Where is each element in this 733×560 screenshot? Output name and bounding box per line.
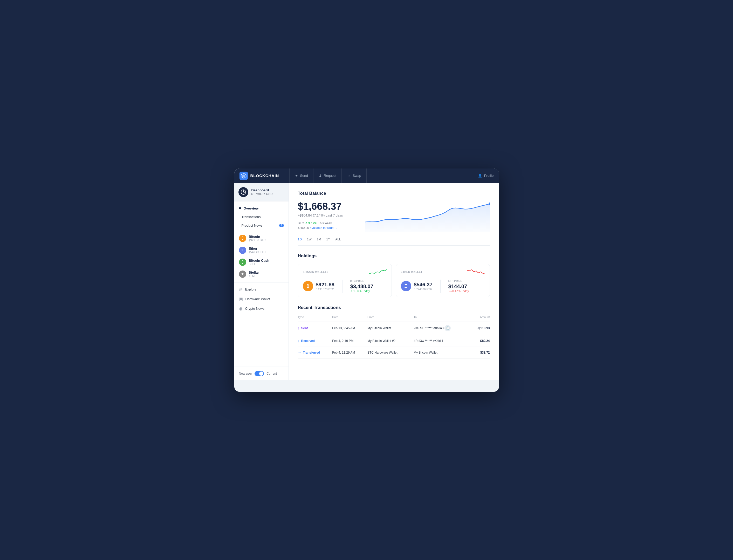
request-icon: ⬇: [319, 174, 322, 178]
dashboard-icon: [239, 187, 248, 197]
chart-tab-1m[interactable]: 1M: [317, 238, 321, 243]
profile-icon: 👤: [478, 174, 482, 178]
send-nav-link[interactable]: ✈ Send: [289, 168, 313, 183]
sidebar-item-hardware-wallet[interactable]: ▣ Hardware Wallet: [234, 294, 289, 304]
col-from: From: [367, 315, 413, 321]
sidebar-item-bitcoin-cash[interactable]: ₿ Bitcoin Cash BCH: [234, 256, 289, 268]
sidebar-item-product-news[interactable]: Product News 1: [234, 221, 289, 230]
user-toggle[interactable]: [255, 371, 264, 376]
bch-icon: ₿: [239, 259, 246, 266]
balance-left: $1,668.37 +$104.84 (7.14%) Last 7 days B…: [298, 201, 355, 230]
sidebar-sections: ◎ Explore ▣ Hardware Wallet ◉ Crypto New…: [234, 282, 289, 313]
send-label: Send: [300, 174, 308, 178]
tx-from: BTC Hardware Wallet: [367, 347, 413, 358]
bitcoin-info: Bitcoin $921.88 BTC: [249, 235, 266, 242]
hardware-wallet-label: Hardware Wallet: [246, 297, 270, 301]
crypto-news-icon: ◉: [239, 306, 243, 311]
product-news-label: Product News: [242, 224, 263, 227]
trade-row: $200.00 available to trade →: [298, 226, 355, 230]
chart-tabs: 1D 1W 1M 1Y ALL: [298, 238, 490, 246]
footer-right-label: Current: [267, 372, 277, 375]
balance-chart-svg: [365, 201, 490, 232]
holding-card-ether: ETHER WALLET Ξ $546.37 3.774: [396, 264, 490, 297]
chart-tab-1y[interactable]: 1Y: [327, 238, 330, 243]
eth-mini-chart-icon: [467, 268, 485, 276]
brand-logo-icon: [240, 172, 248, 180]
explore-icon: ◎: [239, 287, 243, 292]
btc-price-value: $3,488.07: [350, 284, 373, 289]
eth-price-label: ETH PRICE: [448, 280, 469, 282]
tx-type-cell: → Transferred: [298, 347, 333, 358]
chart-tab-all[interactable]: ALL: [335, 238, 341, 243]
tx-transferred-type: → Transferred: [298, 350, 333, 355]
holding-body-btc: ₿ $921.88 0.241873 BTC BTC PRICE $3,488.…: [303, 280, 387, 293]
holdings-grid: BITCOIN WALLETS ₿ $921.88 0.: [298, 264, 490, 297]
sent-arrow-icon: ↑: [298, 326, 300, 330]
sidebar-item-crypto-news[interactable]: ◉ Crypto News: [234, 304, 289, 313]
sidebar-nav: Overview Transactions Product News 1: [234, 201, 289, 232]
bitcoin-icon: ₿: [239, 235, 246, 242]
total-balance-section: Total Balance $1,668.37 +$104.84 (7.14%)…: [298, 191, 490, 246]
sidebar-item-explore[interactable]: ◎ Explore: [234, 285, 289, 294]
send-icon: ✈: [295, 174, 298, 178]
dashboard-label: Dashboard: [252, 188, 273, 192]
tx-amount: $82.24: [471, 335, 490, 347]
balance-chart: [365, 201, 490, 232]
btc-info-row: BTC ↗ 9.12% This week: [298, 221, 355, 225]
transactions-title: Recent Transactions: [298, 305, 490, 310]
tx-amount: -$113.93: [471, 321, 490, 335]
transactions-header: Type Date From To Amount: [298, 315, 490, 321]
chart-tab-1d[interactable]: 1D: [298, 238, 302, 243]
tx-received-type: ↓ Received: [298, 339, 333, 343]
sidebar-dashboard[interactable]: Dashboard $1,668.37 USD: [234, 183, 289, 201]
transferred-arrow-icon: →: [298, 350, 302, 355]
xlm-icon: ★: [239, 271, 246, 278]
sidebar-item-overview[interactable]: Overview: [234, 204, 289, 213]
navbar-links: ✈ Send ⬇ Request ↔ Swap: [289, 168, 478, 183]
btc-wallet-value: $921.88: [316, 282, 335, 288]
btc-wallet-info: ₿ $921.88 0.241873 BTC: [303, 280, 335, 293]
app-layout: Dashboard $1,668.37 USD Overview Transac…: [234, 183, 499, 380]
transactions-body: ↑ Sent Feb 13, 9:45 AM My Bitcoin Wallet…: [298, 321, 490, 358]
received-arrow-icon: ↓: [298, 339, 300, 343]
main-content: Total Balance $1,668.37 +$104.84 (7.14%)…: [289, 183, 499, 380]
navbar-brand[interactable]: BLOCKCHAIN: [240, 172, 279, 180]
sidebar-item-transactions[interactable]: Transactions: [234, 213, 289, 221]
dashboard-value: $1,668.37 USD: [252, 192, 273, 196]
holding-header-eth: ETHER WALLET: [401, 268, 485, 276]
swap-nav-link[interactable]: ↔ Swap: [342, 168, 366, 183]
tx-to: 4Rqi3w ****** vX4kL1: [413, 335, 471, 347]
sidebar-item-ether[interactable]: Ξ Ether $546.49 ETH: [234, 244, 289, 256]
brand-name: BLOCKCHAIN: [251, 173, 279, 178]
table-row: → Transferred Feb 4, 11:29 AM BTC Hardwa…: [298, 347, 490, 358]
btc-holding-icon: ₿: [303, 281, 313, 291]
chart-tab-1w[interactable]: 1W: [307, 238, 312, 243]
request-nav-link[interactable]: ⬇ Request: [314, 168, 342, 183]
sidebar-item-stellar[interactable]: ★ Stellar XLM: [234, 268, 289, 280]
balance-change: +$104.84 (7.14%) Last 7 days: [298, 213, 355, 217]
tx-type-cell: ↑ Sent: [298, 321, 333, 335]
eth-wallet-label: ETHER WALLET: [401, 271, 423, 273]
sidebar-item-bitcoin[interactable]: ₿ Bitcoin $921.88 BTC: [234, 232, 289, 244]
sidebar-footer: New user Current: [234, 367, 289, 380]
eth-wallet-info: Ξ $546.37 3.774576 ETH: [401, 280, 432, 293]
holdings-title: Holdings: [298, 253, 490, 259]
tx-from: My Bitcoin Wallet: [367, 321, 413, 335]
overview-label: Overview: [244, 206, 259, 210]
request-label: Request: [324, 174, 336, 178]
profile-label: Profile: [484, 174, 494, 178]
eth-wallet-value: $546.37: [414, 282, 432, 288]
eth-holding-icon: Ξ: [401, 281, 411, 291]
hardware-wallet-icon: ▣: [239, 296, 243, 301]
btc-wallet-values: $921.88 0.241873 BTC: [316, 282, 335, 291]
tx-type-cell: ↓ Received: [298, 335, 333, 347]
col-amount: Amount: [471, 315, 490, 321]
trade-link[interactable]: available to trade →: [310, 226, 338, 230]
balance-amount: $1,668.37: [298, 201, 355, 212]
profile-nav-link[interactable]: 👤 Profile: [478, 174, 494, 178]
eth-wallet-sub: 3.774576 ETH: [414, 288, 432, 291]
explore-label: Explore: [245, 287, 257, 291]
tx-date: Feb 4, 2:19 PM: [332, 335, 367, 347]
btc-mini-chart-icon: [369, 268, 387, 276]
tx-from: My Bitcoin Wallet #2: [367, 335, 413, 347]
